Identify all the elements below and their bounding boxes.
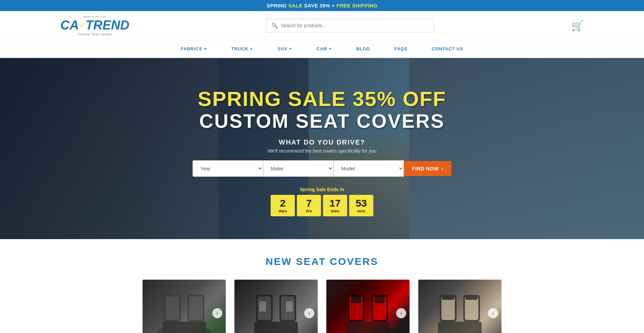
logo-ca: CA (60, 18, 79, 33)
svg-rect-5 (162, 322, 206, 333)
countdown-days-label: days (277, 209, 289, 213)
logo-made-in: Made in the USA (84, 15, 106, 18)
countdown-secs-num: 53 (355, 198, 367, 208)
countdown-wrapper: Spring Sale Ends In 2 days 7 hrs 17 mins… (271, 187, 373, 216)
svg-rect-14 (286, 301, 293, 312)
logo-check-icon: ✓ (79, 21, 85, 30)
nav-blog[interactable]: BLOG (344, 40, 382, 57)
chevron-down-icon: ▼ (328, 47, 332, 51)
countdown-hrs-num: 7 (303, 198, 315, 208)
products-grid: › › (60, 279, 584, 333)
chevron-down-icon: ▼ (250, 47, 253, 51)
svg-rect-27 (442, 296, 454, 300)
countdown-mins-label: mins (329, 209, 341, 213)
arrow-icon: › (441, 166, 443, 171)
product-next-arrow-3[interactable]: › (396, 308, 406, 318)
svg-rect-28 (466, 296, 478, 300)
countdown-label: Spring Sale Ends In (300, 187, 344, 192)
chevron-down-icon: ▼ (289, 47, 292, 51)
product-next-arrow-1[interactable]: › (212, 308, 222, 318)
svg-rect-13 (259, 301, 266, 312)
header: Made in the USA CA ✓ TREND Custom Seat C… (0, 11, 644, 40)
hero-title-yellow: SPRING SALE 35% OFF (198, 88, 446, 110)
countdown-days-num: 2 (277, 198, 289, 208)
nav-car[interactable]: CAR ▼ (305, 40, 344, 57)
svg-rect-21 (375, 296, 385, 303)
model-select[interactable]: Model Camry Civic F-150 (333, 160, 404, 177)
hero-subtitle: WHAT DO YOU DRIVE? (279, 138, 365, 146)
nav-truck[interactable]: TRUCK ▼ (219, 40, 265, 57)
logo-trend: TREND (86, 18, 129, 33)
svg-rect-26 (438, 322, 482, 333)
top-banner: SPRING SALE SAVE 35% + FREE SHIPPING (0, 0, 644, 11)
svg-rect-20 (351, 296, 361, 303)
banner-free: FREE SHIPPING (336, 3, 377, 8)
make-select[interactable]: Make Toyota Honda Ford Chevrolet (263, 160, 333, 177)
search-input[interactable] (281, 23, 429, 28)
nav-fabrics[interactable]: FABRICS ▼ (169, 40, 219, 57)
product-image-2 (234, 280, 318, 333)
product-next-arrow-4[interactable]: › (488, 308, 498, 318)
countdown-secs: 53 secs (349, 195, 373, 216)
nav-suv[interactable]: SUV ▼ (265, 40, 305, 57)
hero-title-white: CUSTOM SEAT COVERS (199, 110, 445, 132)
svg-rect-2 (166, 296, 179, 320)
new-seat-covers-section: NEW SEAT COVERS › (0, 239, 644, 333)
svg-rect-4 (189, 296, 203, 320)
product-next-arrow-2[interactable]: › (304, 308, 314, 318)
product-card-3[interactable]: › (326, 279, 410, 333)
search-bar[interactable]: 🔍 (266, 19, 434, 33)
countdown-hrs-label: hrs (303, 209, 315, 213)
main-nav: FABRICS ▼ TRUCK ▼ SUV ▼ CAR ▼ BLOG FAQS … (0, 40, 644, 58)
banner-prefix: SPRING (267, 3, 288, 8)
find-now-button[interactable]: FIND NOW › (404, 161, 451, 176)
chevron-down-icon: ▼ (204, 47, 207, 51)
hero-content: SPRING SALE 35% OFF CUSTOM SEAT COVERS W… (0, 81, 644, 216)
svg-rect-25 (465, 296, 478, 320)
product-image-4 (418, 280, 501, 333)
banner-sale: SALE (288, 3, 303, 8)
hero-section: SPRING SALE 35% OFF CUSTOM SEAT COVERS W… (0, 58, 644, 239)
product-image-1 (143, 280, 226, 333)
search-icon: 🔍 (271, 22, 278, 29)
cart-icon[interactable]: 🛒 (571, 20, 584, 32)
product-card-1[interactable]: › (142, 279, 226, 333)
year-select[interactable]: Year 2024 2023 2022 2021 2020 (193, 160, 263, 177)
section-title: NEW SEAT COVERS (60, 256, 584, 267)
svg-rect-12 (254, 322, 298, 333)
logo[interactable]: Made in the USA CA ✓ TREND Custom Seat C… (60, 15, 129, 36)
vehicle-selector: Year 2024 2023 2022 2021 2020 Make Toyot… (193, 160, 451, 177)
nav-faqs[interactable]: FAQS (382, 40, 419, 57)
countdown-mins-num: 17 (329, 198, 341, 208)
svg-rect-19 (346, 322, 390, 333)
countdown-secs-label: secs (355, 209, 367, 213)
svg-rect-23 (441, 296, 455, 320)
countdown-hrs: 7 hrs (297, 195, 321, 216)
countdown-mins: 17 mins (323, 195, 347, 216)
logo-main: CA ✓ TREND (60, 18, 129, 33)
product-card-4[interactable]: › (418, 279, 502, 333)
hero-description: We'll recommend the best covers specific… (268, 148, 377, 154)
banner-middle: SAVE 35% + (303, 3, 336, 8)
logo-custom: Custom Seat Covers (78, 33, 112, 36)
nav-contact-us[interactable]: CONTACT US (420, 40, 475, 57)
countdown-days: 2 days (271, 195, 295, 216)
product-image-3 (326, 280, 410, 333)
product-card-2[interactable]: › (234, 279, 318, 333)
countdown-boxes: 2 days 7 hrs 17 mins 53 secs (271, 195, 373, 216)
